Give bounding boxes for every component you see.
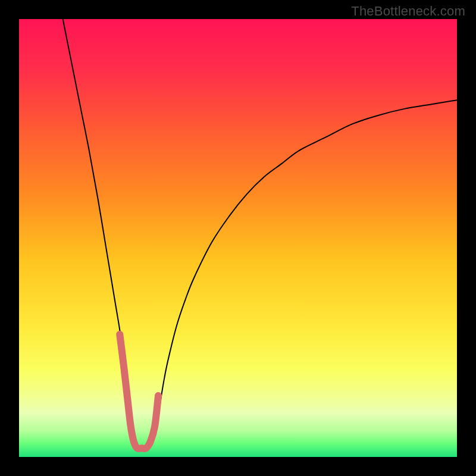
plot-area xyxy=(19,19,457,457)
gradient-background xyxy=(19,19,457,457)
chart-svg xyxy=(19,19,457,457)
watermark-text: TheBottleneck.com xyxy=(351,4,465,19)
chart-container: TheBottleneck.com xyxy=(0,0,476,476)
